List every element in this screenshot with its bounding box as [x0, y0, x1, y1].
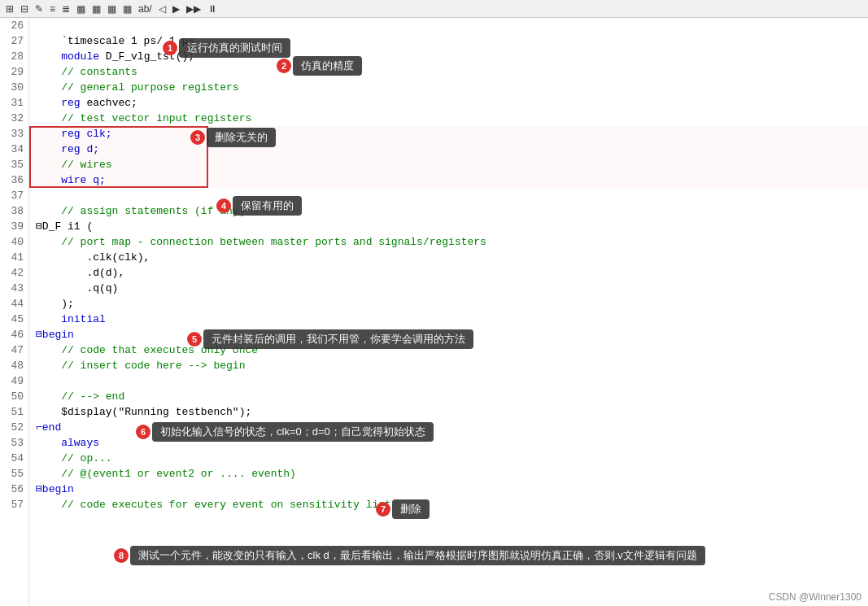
annotation-circle-8: 8 [114, 548, 129, 563]
line-number-40: 40 [3, 234, 24, 250]
toolbar-btn-2[interactable]: ⊟ [18, 2, 31, 15]
code-line-32: // test vector input registers [29, 111, 868, 126]
code-line-56: ⊟begin [29, 482, 868, 497]
annotation-bubble-8: 测试一个元件，能改变的只有输入，clk d，最后看输出，输出严格根据时序图那就说… [130, 546, 705, 565]
line-number-28: 28 [3, 49, 24, 64]
annotation-circle-2: 2 [277, 59, 291, 73]
line-number-47: 47 [3, 342, 24, 358]
line-numbers: 2627282930313233343536373839404142434445… [0, 18, 29, 606]
line-number-26: 26 [3, 18, 24, 33]
code-line-39: ⊟D_F i1 ( [29, 219, 868, 234]
code-line-31: reg eachvec; [29, 95, 868, 111]
toolbar-btn-14[interactable]: ⏸ [205, 2, 220, 15]
toolbar-btn-10[interactable]: ab/ [136, 2, 155, 15]
line-number-31: 31 [3, 95, 24, 111]
annotation-circle-4: 4 [216, 198, 231, 213]
line-number-35: 35 [3, 157, 24, 172]
line-number-45: 45 [3, 312, 24, 327]
line-number-29: 29 [3, 64, 24, 80]
toolbar-btn-9[interactable]: ▦ [120, 2, 134, 15]
line-number-39: 39 [3, 219, 24, 234]
line-number-50: 50 [3, 389, 24, 404]
annotation-circle-6: 6 [136, 425, 150, 439]
line-number-42: 42 [3, 265, 24, 281]
line-number-38: 38 [3, 203, 24, 219]
line-number-48: 48 [3, 358, 24, 373]
code-line-26 [29, 18, 868, 33]
toolbar-btn-6[interactable]: ▦ [74, 2, 88, 15]
line-number-52: 52 [3, 420, 24, 435]
code-line-35: // wires [29, 157, 868, 172]
footer-text: CSDN @Winner1300 [769, 591, 861, 603]
line-number-53: 53 [3, 435, 24, 451]
code-line-41: .clk(clk), [29, 250, 868, 265]
line-number-51: 51 [3, 404, 24, 420]
code-line-51: $display("Running testbench"); [29, 404, 868, 420]
code-line-44: ); [29, 296, 868, 312]
code-line-48: // insert code here --> begin [29, 358, 868, 373]
code-line-34: reg d; [29, 142, 868, 157]
line-number-27: 27 [3, 33, 24, 49]
code-line-47: // code that executes only once [29, 342, 868, 358]
line-number-46: 46 [3, 327, 24, 342]
editor-container: 2627282930313233343536373839404142434445… [0, 18, 868, 606]
code-line-37 [29, 188, 868, 203]
line-number-44: 44 [3, 296, 24, 312]
toolbar-btn-1[interactable]: ⊞ [3, 2, 16, 15]
line-number-43: 43 [3, 281, 24, 296]
annotation-circle-1: 1 [163, 41, 177, 55]
line-number-57: 57 [3, 497, 24, 512]
line-number-56: 56 [3, 482, 24, 497]
toolbar-btn-5[interactable]: ≣ [59, 2, 72, 15]
code-line-30: // general purpose registers [29, 80, 868, 95]
line-number-54: 54 [3, 451, 24, 466]
line-number-55: 55 [3, 466, 24, 482]
code-line-53: always [29, 435, 868, 451]
toolbar-btn-13[interactable]: ▶▶ [184, 2, 203, 15]
line-number-36: 36 [3, 172, 24, 188]
line-number-49: 49 [3, 373, 24, 389]
code-line-40: // port map - connection between master … [29, 234, 868, 250]
code-line-27: `timescale 1 ps/ 1 ps [29, 33, 868, 49]
line-number-30: 30 [3, 80, 24, 95]
line-number-32: 32 [3, 111, 24, 126]
code-line-28: module D_F_vlg_tst(); [29, 49, 868, 64]
code-line-46: ⊟begin [29, 327, 868, 342]
toolbar-btn-11[interactable]: ◁ [156, 2, 168, 15]
annotation-circle-3: 3 [190, 130, 205, 145]
code-line-42: .d(d), [29, 265, 868, 281]
toolbar-btn-7[interactable]: ▦ [89, 2, 103, 15]
code-line-36: wire q; [29, 172, 868, 188]
code-line-45: initial [29, 312, 868, 327]
toolbar-btn-8[interactable]: ▦ [105, 2, 119, 15]
annotation-circle-7: 7 [376, 502, 390, 517]
toolbar-btn-12[interactable]: ▶ [170, 2, 182, 15]
line-number-33: 33 [3, 126, 24, 142]
code-line-33: reg clk; [29, 126, 868, 142]
code-line-43: .q(q) [29, 281, 868, 296]
line-number-34: 34 [3, 142, 24, 157]
line-number-41: 41 [3, 250, 24, 265]
code-line-38: // assign statements (if any) [29, 203, 868, 219]
annotation-circle-5: 5 [187, 332, 202, 347]
code-line-52: ⌐end [29, 420, 868, 435]
toolbar-btn-3[interactable]: ✎ [33, 2, 46, 15]
code-line-55: // @(event1 or event2 or .... eventh) [29, 466, 868, 482]
code-line-29: // constants [29, 64, 868, 80]
code-line-54: // op... [29, 451, 868, 466]
code-line-50: // --> end [29, 389, 868, 404]
code-line-57: // code executes for every event on sens… [29, 497, 868, 512]
toolbar-btn-4[interactable]: ≡ [47, 2, 58, 15]
code-line-49 [29, 373, 868, 389]
line-number-37: 37 [3, 188, 24, 203]
code-area[interactable]: `timescale 1 ps/ 1 ps module D_F_vlg_tst… [29, 18, 868, 606]
toolbar: ⊞ ⊟ ✎ ≡ ≣ ▦ ▦ ▦ ▦ ab/ ◁ ▶ ▶▶ ⏸ [0, 0, 868, 18]
